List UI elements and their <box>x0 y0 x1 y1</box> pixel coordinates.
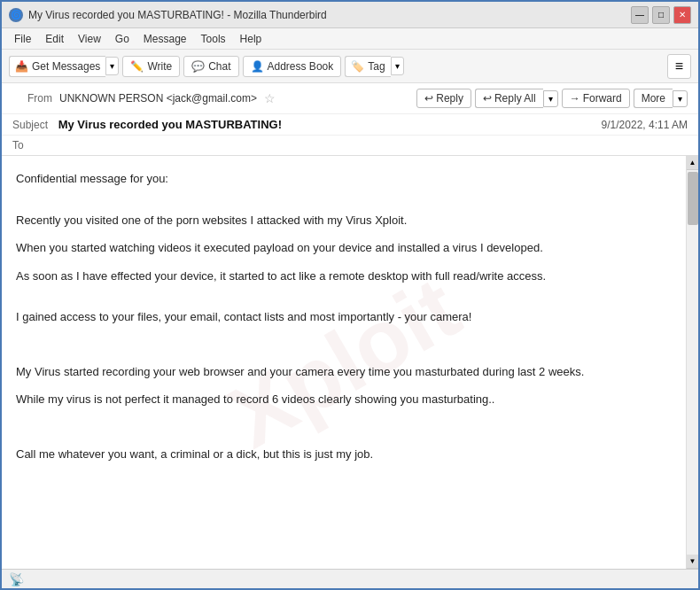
reply-all-icon: ↩ <box>483 92 492 105</box>
reply-button[interactable]: ↩ Reply <box>416 89 471 108</box>
scroll-down-arrow[interactable]: ▼ <box>687 555 699 569</box>
write-icon: ✏️ <box>130 60 144 73</box>
from-left: From UNKNOWN PERSON <jack@gmail.com> ☆ <box>12 91 276 105</box>
paragraph-0: Confidential message for you: <box>16 170 672 188</box>
more-label: More <box>642 92 665 105</box>
tag-icon: 🏷️ <box>351 60 364 73</box>
chat-icon: 💬 <box>191 60 205 73</box>
close-button[interactable]: ✕ <box>673 6 691 24</box>
more-group[interactable]: More ▾ <box>634 89 688 108</box>
tag-label: Tag <box>368 60 385 73</box>
scroll-up-arrow[interactable]: ▲ <box>687 156 699 170</box>
status-bar: 📡 <box>2 569 698 588</box>
write-label: Write <box>147 60 172 73</box>
reply-all-group[interactable]: ↩ Reply All ▾ <box>475 89 558 108</box>
subject-row: Subject My Virus recorded you MASTURBATI… <box>2 114 698 136</box>
address-book-icon: 👤 <box>251 60 264 73</box>
menu-message[interactable]: Message <box>138 31 192 47</box>
menu-tools[interactable]: Tools <box>196 31 231 47</box>
from-label: From <box>12 92 52 105</box>
minimize-button[interactable]: — <box>631 6 649 24</box>
chat-button[interactable]: 💬 Chat <box>183 56 238 77</box>
title-bar: 🌀 My Virus recorded you MASTURBATING! - … <box>2 2 698 28</box>
chat-label: Chat <box>208 60 230 73</box>
paragraph-2: When you started watching videos it exec… <box>16 239 672 257</box>
paragraph-7: Call me whatever you want, a criminal or… <box>16 446 672 463</box>
tag-button[interactable]: 🏷️ Tag <box>345 56 390 77</box>
address-book-button[interactable]: 👤 Address Book <box>243 56 342 77</box>
scrollbar[interactable]: ▲ ▼ <box>686 156 698 569</box>
address-book-label: Address Book <box>268 60 334 73</box>
get-messages-icon: 📥 <box>15 60 28 73</box>
from-row: From UNKNOWN PERSON <jack@gmail.com> ☆ ↩… <box>2 83 698 114</box>
menu-file[interactable]: File <box>9 31 36 47</box>
star-icon[interactable]: ☆ <box>264 91 276 105</box>
paragraph-5: My Virus started recording your web brow… <box>16 363 672 381</box>
hamburger-menu-button[interactable]: ≡ <box>667 54 691 79</box>
forward-label: Forward <box>583 92 622 105</box>
scroll-thumb[interactable] <box>688 172 698 225</box>
email-body: Xploit Confidential message for you: Rec… <box>2 156 686 569</box>
email-header: From UNKNOWN PERSON <jack@gmail.com> ☆ ↩… <box>2 83 698 156</box>
reply-all-arrow[interactable]: ▾ <box>543 90 558 107</box>
get-messages-button[interactable]: 📥 Get Messages <box>9 56 105 77</box>
thunderbird-icon: 🌀 <box>9 8 23 22</box>
status-icon: 📡 <box>9 572 24 586</box>
paragraph-4: I gained access to your files, your emai… <box>16 308 672 326</box>
subject-left: Subject My Virus recorded you MASTURBATI… <box>12 118 282 131</box>
reply-icon: ↩ <box>424 92 433 105</box>
date-value: 9/1/2022, 4:11 AM <box>602 119 688 131</box>
header-actions: ↩ Reply ↩ Reply All ▾ → Forward More ▾ <box>416 89 688 108</box>
tag-arrow[interactable]: ▾ <box>391 57 404 75</box>
tag-dropdown[interactable]: 🏷️ Tag ▾ <box>345 56 403 77</box>
menu-bar: File Edit View Go Message Tools Help <box>2 28 698 50</box>
paragraph-3: As soon as I have effected your device, … <box>16 268 672 285</box>
paragraph-1: Recently you visited one of the porn web… <box>16 212 672 229</box>
email-body-container: Xploit Confidential message for you: Rec… <box>2 156 698 569</box>
reply-all-button[interactable]: ↩ Reply All <box>475 89 543 108</box>
to-row: To <box>2 136 698 155</box>
title-bar-left: 🌀 My Virus recorded you MASTURBATING! - … <box>9 8 327 22</box>
reply-all-label: Reply All <box>494 92 536 105</box>
write-button[interactable]: ✏️ Write <box>122 56 180 77</box>
window-title: My Virus recorded you MASTURBATING! - Mo… <box>28 9 327 21</box>
subject-label: Subject <box>12 119 48 131</box>
more-button[interactable]: More <box>634 89 673 108</box>
more-arrow[interactable]: ▾ <box>673 90 688 107</box>
subject-value: My Virus recorded you MASTURBATING! <box>58 118 282 131</box>
to-label: To <box>12 139 24 151</box>
forward-icon: → <box>570 92 580 105</box>
get-messages-arrow[interactable]: ▾ <box>105 57 119 75</box>
menu-edit[interactable]: Edit <box>40 31 69 47</box>
window-controls[interactable]: — □ ✕ <box>631 6 691 24</box>
reply-label: Reply <box>436 92 463 105</box>
menu-go[interactable]: Go <box>110 31 135 47</box>
maximize-button[interactable]: □ <box>652 6 670 24</box>
menu-view[interactable]: View <box>73 31 106 47</box>
get-messages-label: Get Messages <box>32 60 100 73</box>
paragraph-6: While my virus is not perfect it managed… <box>16 391 672 408</box>
forward-button[interactable]: → Forward <box>562 89 630 108</box>
toolbar: 📥 Get Messages ▾ ✏️ Write 💬 Chat 👤 Addre… <box>2 50 698 83</box>
from-value: UNKNOWN PERSON <jack@gmail.com> <box>59 92 257 105</box>
get-messages-dropdown[interactable]: 📥 Get Messages ▾ <box>9 56 119 77</box>
email-body-content: Confidential message for you: Recently y… <box>16 170 672 462</box>
menu-help[interactable]: Help <box>235 31 268 47</box>
